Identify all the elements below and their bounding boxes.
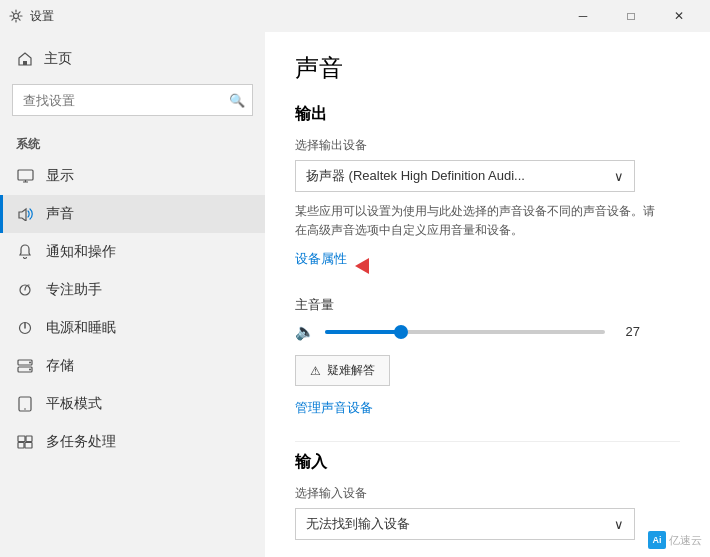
output-device-value: 扬声器 (Realtek High Definition Audi... xyxy=(306,167,525,185)
troubleshoot-button[interactable]: ⚠ 疑难解答 xyxy=(295,355,390,386)
multitask-icon xyxy=(16,433,34,451)
watermark: Ai 亿速云 xyxy=(648,531,702,549)
svg-point-6 xyxy=(29,362,31,364)
input-section-title: 输入 xyxy=(295,452,680,473)
svg-rect-2 xyxy=(18,170,33,180)
svg-point-7 xyxy=(29,369,31,371)
input-device-label: 选择输入设备 xyxy=(295,485,680,502)
minimize-button[interactable]: ─ xyxy=(560,0,606,32)
content-area: 声音 输出 选择输出设备 扬声器 (Realtek High Definitio… xyxy=(265,32,710,557)
notifications-label: 通知和操作 xyxy=(46,243,116,261)
sidebar-item-tablet[interactable]: 平板模式 xyxy=(0,385,265,423)
sidebar-item-notifications[interactable]: 通知和操作 xyxy=(0,233,265,271)
titlebar: 设置 ─ □ ✕ xyxy=(0,0,710,32)
svg-rect-10 xyxy=(18,436,25,442)
home-label: 主页 xyxy=(44,50,72,68)
input-device-value: 无法找到输入设备 xyxy=(306,515,410,533)
maximize-button[interactable]: □ xyxy=(608,0,654,32)
manage-sound-link[interactable]: 管理声音设备 xyxy=(295,399,373,417)
warning-icon: ⚠ xyxy=(310,364,321,378)
device-properties-link[interactable]: 设备属性 xyxy=(295,250,347,268)
power-label: 电源和睡眠 xyxy=(46,319,116,337)
multitask-label: 多任务处理 xyxy=(46,433,116,451)
hint-text: 某些应用可以设置为使用与此处选择的声音设备不同的声音设备。请在高级声音选项中自定… xyxy=(295,202,655,240)
titlebar-controls: ─ □ ✕ xyxy=(560,0,702,32)
search-box: 🔍 xyxy=(12,84,253,116)
volume-slider[interactable] xyxy=(325,330,605,334)
search-icon: 🔍 xyxy=(229,93,245,108)
sidebar-item-storage[interactable]: 存储 xyxy=(0,347,265,385)
sidebar-item-display[interactable]: 显示 xyxy=(0,157,265,195)
volume-label: 主音量 xyxy=(295,296,680,314)
volume-thumb[interactable] xyxy=(394,325,408,339)
svg-rect-13 xyxy=(25,443,32,449)
chevron-down-icon: ∨ xyxy=(614,169,624,184)
main-layout: 主页 🔍 系统 显示 声音 xyxy=(0,32,710,557)
output-device-label: 选择输出设备 xyxy=(295,137,680,154)
tablet-icon xyxy=(16,395,34,413)
svg-rect-12 xyxy=(18,443,24,449)
svg-rect-1 xyxy=(23,61,27,65)
close-button[interactable]: ✕ xyxy=(656,0,702,32)
display-label: 显示 xyxy=(46,167,74,185)
chevron-down-icon-input: ∨ xyxy=(614,517,624,532)
sound-icon xyxy=(16,205,34,223)
troubleshoot-label: 疑难解答 xyxy=(327,362,375,379)
output-section-title: 输出 xyxy=(295,104,680,125)
search-input[interactable] xyxy=(12,84,253,116)
settings-icon xyxy=(8,8,24,24)
sound-label: 声音 xyxy=(46,205,74,223)
watermark-icon: Ai xyxy=(648,531,666,549)
sidebar-item-focus[interactable]: 专注助手 xyxy=(0,271,265,309)
svg-rect-11 xyxy=(26,436,32,442)
storage-icon xyxy=(16,357,34,375)
volume-value: 27 xyxy=(615,324,640,339)
volume-speaker-icon: 🔈 xyxy=(295,322,315,341)
focus-icon xyxy=(16,281,34,299)
home-icon xyxy=(16,50,34,68)
notification-icon xyxy=(16,243,34,261)
focus-label: 专注助手 xyxy=(46,281,102,299)
watermark-label: 亿速云 xyxy=(669,533,702,548)
titlebar-left: 设置 xyxy=(8,8,54,25)
sidebar-item-home[interactable]: 主页 xyxy=(0,40,265,78)
volume-row: 🔈 27 xyxy=(295,322,680,341)
power-icon xyxy=(16,319,34,337)
sidebar: 主页 🔍 系统 显示 声音 xyxy=(0,32,265,557)
display-icon xyxy=(16,167,34,185)
svg-point-9 xyxy=(24,408,26,410)
arrow-indicator xyxy=(355,258,369,274)
storage-label: 存储 xyxy=(46,357,74,375)
divider xyxy=(295,441,680,442)
output-device-dropdown[interactable]: 扬声器 (Realtek High Definition Audi... ∨ xyxy=(295,160,635,192)
sidebar-item-sound[interactable]: 声音 xyxy=(0,195,265,233)
titlebar-title: 设置 xyxy=(30,8,54,25)
input-device-dropdown[interactable]: 无法找到输入设备 ∨ xyxy=(295,508,635,540)
tablet-label: 平板模式 xyxy=(46,395,102,413)
sidebar-item-power[interactable]: 电源和睡眠 xyxy=(0,309,265,347)
svg-point-0 xyxy=(14,14,19,19)
sidebar-item-multitask[interactable]: 多任务处理 xyxy=(0,423,265,461)
volume-fill xyxy=(325,330,401,334)
page-title: 声音 xyxy=(295,52,680,84)
sidebar-section-label: 系统 xyxy=(0,128,265,157)
